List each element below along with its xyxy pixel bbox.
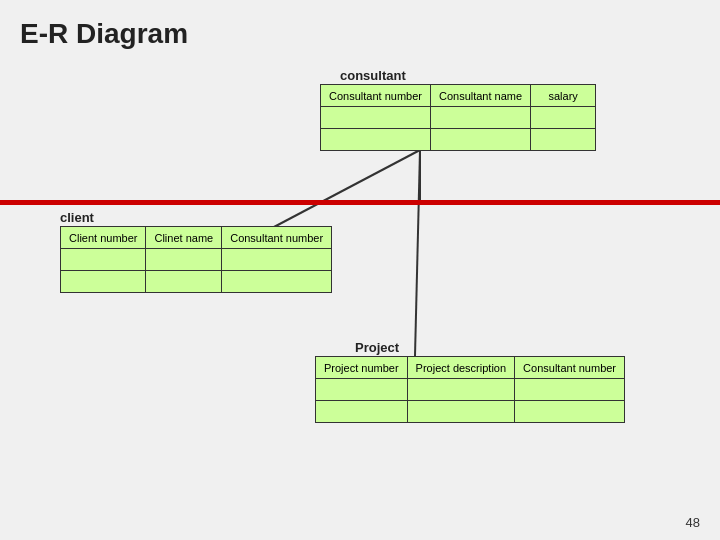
project-table: Project number Project description Consu… xyxy=(315,356,625,423)
client-row2-col1 xyxy=(61,271,146,293)
consultant-row2-col3 xyxy=(531,129,596,151)
client-row1-col3 xyxy=(222,249,332,271)
client-col-1: Client number xyxy=(61,227,146,249)
page-number: 48 xyxy=(686,515,700,530)
red-divider-line xyxy=(0,200,720,205)
consultant-label: consultant xyxy=(340,68,406,83)
project-row1-col1 xyxy=(316,379,408,401)
client-label: client xyxy=(60,210,94,225)
consultant-col-3: salary xyxy=(531,85,596,107)
project-label: Project xyxy=(355,340,399,355)
client-row2-col2 xyxy=(146,271,222,293)
svg-line-2 xyxy=(255,150,420,237)
project-row1-col3 xyxy=(515,379,625,401)
client-row1-col1 xyxy=(61,249,146,271)
consultant-row1-col3 xyxy=(531,107,596,129)
project-row2-col2 xyxy=(407,401,515,423)
client-row2-col3 xyxy=(222,271,332,293)
client-col-2: Clinet name xyxy=(146,227,222,249)
consultant-row1-col1 xyxy=(321,107,431,129)
client-row1-col2 xyxy=(146,249,222,271)
project-row2-col1 xyxy=(316,401,408,423)
consultant-row2-col1 xyxy=(321,129,431,151)
client-col-3: Consultant number xyxy=(222,227,332,249)
consultant-table: Consultant number Consultant name salary xyxy=(320,84,596,151)
consultant-col-1: Consultant number xyxy=(321,85,431,107)
consultant-row2-col2 xyxy=(430,129,530,151)
project-col-2: Project description xyxy=(407,357,515,379)
project-col-3: Consultant number xyxy=(515,357,625,379)
client-table: Client number Clinet name Consultant num… xyxy=(60,226,332,293)
consultant-col-2: Consultant name xyxy=(430,85,530,107)
project-col-1: Project number xyxy=(316,357,408,379)
project-row1-col2 xyxy=(407,379,515,401)
project-row2-col3 xyxy=(515,401,625,423)
svg-line-1 xyxy=(415,150,420,356)
consultant-row1-col2 xyxy=(430,107,530,129)
page-title: E-R Diagram xyxy=(20,18,188,50)
